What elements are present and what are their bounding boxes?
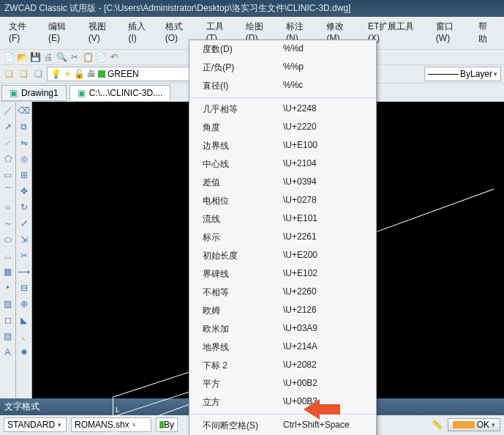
preview-icon[interactable]: 🔍 <box>56 51 67 63</box>
tab-drawing1[interactable]: ▣ Drawing1 <box>1 85 67 101</box>
offset-icon[interactable]: ◎ <box>18 153 30 165</box>
mirror-icon[interactable]: ⇋ <box>18 137 30 149</box>
menu-item[interactable]: 不间断空格(S)Ctrl+Shift+Space <box>189 417 376 435</box>
menu-item[interactable]: 地界线\U+214A <box>189 338 376 357</box>
title-bar: ZWCAD Classic 试用版 - [C:\Users\Administra… <box>0 0 504 17</box>
circle-icon[interactable]: ○ <box>2 201 14 213</box>
layer-name: GREEN <box>108 69 139 79</box>
menu-item-label: 边界线 <box>203 140 283 152</box>
menu-item[interactable]: 欧米加\U+03A9 <box>189 320 376 338</box>
ray-icon[interactable]: ↗ <box>2 121 14 133</box>
menu-item[interactable]: 标示\U+2261 <box>189 228 376 247</box>
explode-icon[interactable]: ✸ <box>18 346 30 358</box>
array-icon[interactable]: ⊞ <box>18 169 30 181</box>
undo-icon[interactable]: ↶ <box>108 51 120 63</box>
menu-item-value: \U+2126 <box>283 305 367 317</box>
menu-help[interactable]: 帮助 <box>473 18 501 48</box>
table-icon[interactable]: ▤ <box>2 330 14 342</box>
font-combo[interactable]: ROMANS.shx▾ <box>71 417 151 432</box>
chamfer-icon[interactable]: ◣ <box>18 314 30 326</box>
menu-item[interactable]: 角度\U+2220 <box>189 119 376 137</box>
erase-icon[interactable]: ⌫ <box>18 105 30 116</box>
layer-icon2[interactable]: ❏ <box>18 68 29 80</box>
menu-item[interactable]: 欧姆\U+2126 <box>189 302 376 320</box>
cut-icon[interactable]: ✂ <box>69 51 80 63</box>
stretch-icon[interactable]: ⇲ <box>18 234 30 245</box>
pline-icon[interactable]: ⟋ <box>2 137 14 149</box>
menu-insert[interactable]: 插入(I) <box>122 18 159 48</box>
ruler-icon[interactable]: 📏 <box>432 419 443 431</box>
menu-item-value: \U+2260 <box>283 286 367 299</box>
spline-icon[interactable]: ～ <box>2 218 14 229</box>
rotate-icon[interactable]: ↻ <box>18 201 30 213</box>
menu-item-label: 角度 <box>203 122 283 134</box>
break-icon[interactable]: ⊟ <box>18 282 30 294</box>
ellipse-arc-icon[interactable]: ⌓ <box>2 250 14 261</box>
menu-item[interactable]: 直径(I)%%c <box>189 77 376 95</box>
open-icon[interactable]: 📂 <box>16 51 28 63</box>
menu-item-label: 流线 <box>203 213 283 226</box>
by-combo[interactable]: By <box>156 417 178 432</box>
menu-item[interactable]: 立方\U+00B3 <box>189 393 376 412</box>
print-layer-icon: 🖶 <box>87 69 96 79</box>
menu-item[interactable]: 界碑线\U+E102 <box>189 265 376 283</box>
menu-item[interactable]: 几乎相等\U+2248 <box>189 100 376 119</box>
fillet-icon[interactable]: ◟ <box>18 330 30 342</box>
menu-item-value: \U+03A9 <box>283 323 367 335</box>
layer-icon[interactable]: ❏ <box>3 68 15 80</box>
menu-edit[interactable]: 编辑(E) <box>42 18 83 48</box>
scale-icon[interactable]: ⤢ <box>18 218 30 229</box>
menu-item[interactable]: 电相位\U+0278 <box>189 192 376 210</box>
extend-icon[interactable]: ⟶ <box>18 266 30 278</box>
point-icon[interactable]: • <box>2 282 14 294</box>
menu-view[interactable]: 视图(V) <box>83 18 123 48</box>
print-icon[interactable]: 🖨 <box>42 51 54 63</box>
chevron-down-icon: ▾ <box>492 421 495 428</box>
linetype-combo[interactable]: ByLayer ▾ <box>424 67 501 81</box>
menu-item[interactable]: 中心线\U+2104 <box>189 155 376 174</box>
menu-item[interactable]: 不相等\U+2260 <box>189 283 376 302</box>
save-icon[interactable]: 💾 <box>29 51 41 63</box>
copy-icon[interactable]: 📋 <box>82 51 94 63</box>
menu-item-value: %%d <box>283 43 367 56</box>
menu-item[interactable]: 初始长度\U+E200 <box>189 247 376 265</box>
line-icon[interactable]: ／ <box>2 105 14 116</box>
tab-clinic[interactable]: ▣ C:\...\CLINIC-3D.... <box>69 85 171 101</box>
move-icon[interactable]: ✥ <box>18 185 30 197</box>
menu-item-label: 标示 <box>203 231 283 244</box>
linetype-label: ByLayer <box>460 69 492 79</box>
menu-item-value: \U+E102 <box>283 268 367 280</box>
new-icon[interactable]: 📄 <box>3 51 15 63</box>
ellipse-icon[interactable]: ⬭ <box>2 234 14 245</box>
hatch-icon[interactable]: ▨ <box>2 298 14 310</box>
menu-item[interactable]: 边界线\U+E100 <box>189 137 376 155</box>
copy-mod-icon[interactable]: ⧉ <box>18 121 30 133</box>
menu-item-value: \U+0278 <box>283 195 367 207</box>
menu-item[interactable]: 平方\U+00B2 <box>189 375 376 393</box>
rect-icon[interactable]: ▭ <box>2 169 14 181</box>
menu-item-label: 界碑线 <box>203 268 283 280</box>
menu-item-label: 正/负(P) <box>203 62 283 74</box>
by-label: By <box>164 420 174 430</box>
menu-item[interactable]: 度数(D)%%d <box>189 40 376 59</box>
join-icon[interactable]: ⊕ <box>18 298 30 310</box>
menu-item-label: 欧米加 <box>203 323 283 335</box>
ok-button[interactable]: OK ▾ <box>448 418 500 431</box>
trim-icon[interactable]: ✂ <box>18 250 30 261</box>
arc-icon[interactable]: ⌒ <box>2 185 14 197</box>
menu-file[interactable]: 文件(F) <box>3 18 42 48</box>
menu-item[interactable]: 正/负(P)%%p <box>189 59 376 77</box>
layer-icon3[interactable]: ❏ <box>32 68 44 80</box>
menu-item-label: 度数(D) <box>203 43 283 56</box>
menu-item[interactable]: 下标 2\U+2082 <box>189 357 376 375</box>
polygon-icon[interactable]: ⬠ <box>2 153 14 165</box>
paste-icon[interactable]: 📄 <box>95 51 107 63</box>
text-style-combo[interactable]: STANDARD▾ <box>4 417 67 432</box>
menu-item[interactable]: 流线\U+E101 <box>189 210 376 228</box>
menu-window[interactable]: 窗口(W) <box>430 18 473 48</box>
region-icon[interactable]: ◻ <box>2 314 14 326</box>
menu-item-value: Ctrl+Shift+Space <box>283 420 367 432</box>
text-icon[interactable]: A <box>2 346 14 358</box>
block-icon[interactable]: ▦ <box>2 266 14 278</box>
menu-item[interactable]: 差值\U+0394 <box>189 174 376 192</box>
